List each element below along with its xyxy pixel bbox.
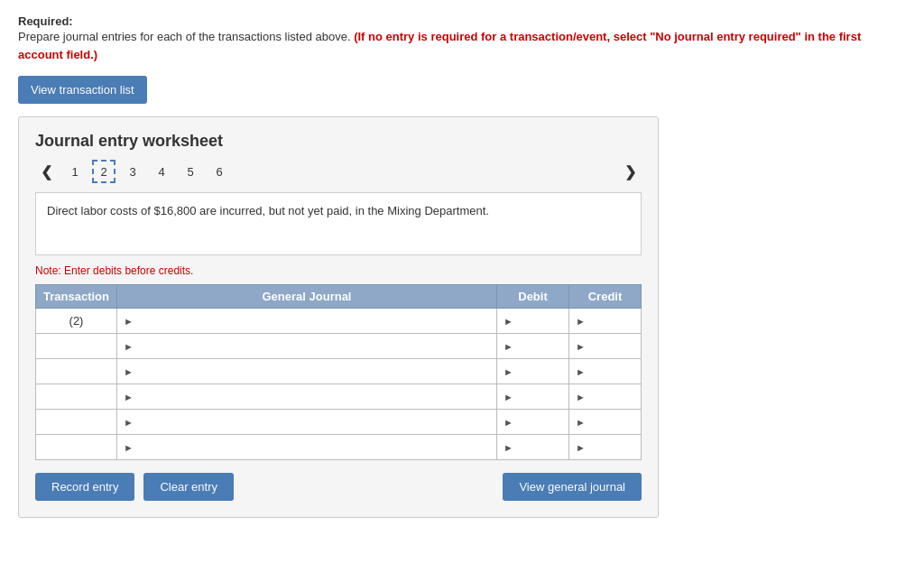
general-journal-input-6[interactable] [134, 440, 493, 455]
page-6[interactable]: 6 [208, 160, 231, 183]
transaction-cell [36, 359, 117, 384]
general-journal-cell: ► [117, 435, 497, 460]
credit-cell-1: ► [569, 309, 642, 334]
next-page-arrow[interactable]: ❯ [619, 162, 642, 182]
col-credit: Credit [569, 285, 642, 309]
table-row: ► ► ► [36, 334, 642, 359]
credit-input-1[interactable] [586, 314, 637, 328]
debit-arrow-6: ► [501, 442, 513, 453]
row-arrow-3: ► [121, 366, 134, 377]
view-transaction-list-button[interactable]: View transaction list [18, 76, 147, 104]
debit-input-2[interactable] [513, 339, 565, 354]
credit-cell-2: ► [569, 334, 642, 359]
row-arrow-2: ► [121, 341, 134, 352]
col-general-journal: General Journal [117, 285, 497, 309]
credit-cell-6: ► [569, 435, 642, 460]
prev-page-arrow[interactable]: ❮ [35, 162, 58, 182]
credit-cell-5: ► [569, 410, 642, 435]
debit-cell-1: ► [497, 309, 569, 334]
credit-input-2[interactable] [586, 339, 637, 354]
general-journal-cell: ► [117, 410, 497, 435]
pagination-nav: ❮ 1 2 3 4 5 6 ❯ [35, 160, 642, 183]
row-arrow-1: ► [121, 316, 134, 327]
credit-arrow-4: ► [573, 392, 586, 402]
col-transaction: Transaction [36, 285, 117, 309]
transaction-cell [36, 334, 117, 359]
page-numbers: 1 2 3 4 5 6 [63, 160, 231, 183]
general-journal-cell: ► [117, 334, 497, 359]
worksheet-title: Journal entry worksheet [35, 132, 642, 151]
general-journal-input-1[interactable] [134, 314, 493, 328]
debit-cell-2: ► [497, 334, 569, 359]
required-body-text: Prepare journal entries for each of the … [18, 30, 351, 43]
debit-input-6[interactable] [513, 440, 565, 455]
action-buttons-row: Record entry Clear entry View general jo… [35, 473, 642, 501]
debit-input-1[interactable] [513, 314, 565, 328]
table-row: ► ► ► [36, 435, 642, 460]
credit-cell-3: ► [569, 359, 642, 384]
col-debit: Debit [497, 285, 569, 309]
credit-input-5[interactable] [586, 415, 637, 430]
transaction-cell [36, 384, 117, 410]
credit-arrow-1: ► [573, 316, 586, 327]
page-5[interactable]: 5 [179, 160, 202, 183]
debit-arrow-5: ► [501, 417, 513, 428]
transaction-cell: (2) [36, 309, 117, 334]
debit-input-3[interactable] [513, 365, 565, 379]
table-row: ► ► ► [36, 410, 642, 435]
transaction-cell [36, 410, 117, 435]
table-row: (2) ► ► ► [36, 309, 642, 334]
credit-input-3[interactable] [586, 365, 637, 379]
required-body: Prepare journal entries for each of the … [18, 28, 906, 63]
page-1[interactable]: 1 [63, 160, 87, 183]
record-entry-button[interactable]: Record entry [35, 473, 134, 501]
general-journal-input-3[interactable] [134, 365, 493, 379]
general-journal-cell: ► [117, 384, 497, 410]
debit-cell-4: ► [497, 384, 569, 410]
journal-entry-worksheet-card: Journal entry worksheet ❮ 1 2 3 4 5 6 ❯ … [18, 116, 659, 518]
general-journal-cell: ► [117, 359, 497, 384]
general-journal-input-2[interactable] [134, 339, 493, 354]
clear-entry-button[interactable]: Clear entry [143, 473, 234, 501]
credit-arrow-3: ► [573, 366, 586, 377]
credit-arrow-6: ► [573, 442, 586, 453]
view-general-journal-button[interactable]: View general journal [503, 473, 642, 501]
transaction-cell [36, 435, 117, 460]
page-3[interactable]: 3 [121, 160, 144, 183]
journal-entry-table: Transaction General Journal Debit Credit… [35, 284, 642, 460]
general-journal-input-5[interactable] [134, 415, 493, 430]
table-row: ► ► ► [36, 384, 642, 410]
row-arrow-4: ► [121, 392, 134, 402]
page-2[interactable]: 2 [92, 160, 116, 183]
debit-cell-6: ► [497, 435, 569, 460]
debit-arrow-4: ► [501, 392, 513, 402]
debit-cell-3: ► [497, 359, 569, 384]
page-4[interactable]: 4 [150, 160, 173, 183]
credit-arrow-2: ► [573, 341, 586, 352]
general-journal-input-4[interactable] [134, 390, 493, 404]
general-journal-cell: ► [117, 309, 497, 334]
credit-input-6[interactable] [586, 440, 637, 455]
row-arrow-6: ► [121, 442, 134, 453]
debit-arrow-2: ► [501, 341, 513, 352]
table-row: ► ► ► [36, 359, 642, 384]
debit-arrow-3: ► [501, 366, 513, 377]
transaction-description: Direct labor costs of $16,800 are incurr… [35, 192, 642, 255]
credit-input-4[interactable] [586, 390, 637, 404]
debit-credit-note: Note: Enter debits before credits. [35, 264, 642, 277]
debit-input-4[interactable] [513, 390, 565, 404]
required-section: Required: Prepare journal entries for ea… [18, 14, 906, 63]
credit-cell-4: ► [569, 384, 642, 410]
credit-arrow-5: ► [573, 417, 586, 428]
debit-arrow-1: ► [501, 316, 513, 327]
debit-cell-5: ► [497, 410, 569, 435]
debit-input-5[interactable] [513, 415, 565, 430]
required-label: Required: [18, 14, 906, 28]
row-arrow-5: ► [121, 417, 134, 428]
